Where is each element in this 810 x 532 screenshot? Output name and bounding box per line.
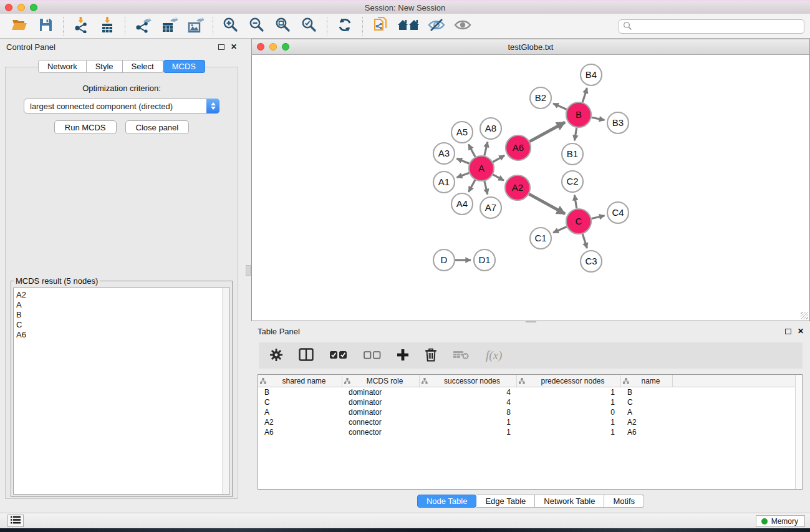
tab-network[interactable]: Network — [38, 60, 87, 73]
select-all-columns-button[interactable] — [330, 351, 347, 361]
edge-A2-C[interactable] — [529, 194, 565, 214]
column-header-successor-nodes[interactable]: successor nodes — [420, 375, 517, 387]
task-history-button[interactable] — [7, 515, 24, 527]
cell-predecessor-nodes[interactable]: 1 — [517, 428, 621, 437]
show-all-button[interactable] — [450, 16, 476, 37]
mcds-result-item[interactable]: C — [16, 320, 229, 330]
table-settings-button[interactable] — [270, 349, 282, 363]
export-image-button[interactable] — [182, 16, 208, 37]
close-panel-icon[interactable]: ✕ — [231, 42, 237, 51]
run-mcds-button[interactable]: Run MCDS — [54, 120, 117, 134]
cell-predecessor-nodes[interactable]: 1 — [517, 418, 621, 427]
tab-mcds[interactable]: MCDS — [163, 60, 205, 73]
cell-MCDS-role[interactable]: dominator — [342, 408, 420, 417]
edge-A-A3[interactable] — [456, 158, 469, 163]
criterion-dropdown[interactable]: largest connected component (directed) — [24, 99, 219, 114]
cell-successor-nodes[interactable]: 8 — [420, 408, 517, 417]
edge-A-A4[interactable] — [469, 180, 475, 191]
cell-name[interactable]: A2 — [621, 418, 673, 427]
cell-MCDS-role[interactable]: dominator — [342, 388, 420, 397]
edge-C-C4[interactable] — [591, 216, 604, 219]
table-row[interactable]: A2connector11A2 — [258, 417, 802, 427]
export-network-button[interactable] — [130, 16, 156, 37]
function-builder-button[interactable]: f(x) — [486, 349, 502, 362]
table-row[interactable]: Bdominator41B — [258, 387, 802, 397]
edge-C-C3[interactable] — [582, 234, 587, 248]
memory-button[interactable]: Memory — [756, 515, 805, 527]
cell-successor-nodes[interactable]: 4 — [420, 388, 517, 397]
search-input[interactable] — [632, 21, 804, 32]
edge-B-B2[interactable] — [553, 104, 567, 110]
cell-predecessor-nodes[interactable]: 1 — [517, 388, 621, 397]
import-network-button[interactable] — [68, 16, 94, 37]
column-layout-button[interactable] — [299, 348, 314, 363]
cell-successor-nodes[interactable]: 1 — [420, 418, 517, 427]
edge-C-C1[interactable] — [553, 226, 567, 233]
close-panel-button[interactable]: Close panel — [125, 120, 190, 134]
edge-A-A5[interactable] — [468, 144, 475, 157]
edge-B-B4[interactable] — [582, 88, 587, 102]
table-row[interactable]: A6connector11A6 — [258, 427, 802, 437]
edge-B-B3[interactable] — [592, 117, 605, 120]
zoom-fit-button[interactable] — [270, 16, 296, 37]
tab-motifs[interactable]: Motifs — [604, 495, 644, 508]
cell-shared-name[interactable]: A2 — [258, 418, 342, 427]
network-canvas[interactable]: AA1A2A3A4A5A6A7A8BB1B2B3B4CC1C2C3C4DD1 — [251, 55, 810, 321]
table-scrollbar[interactable] — [795, 375, 802, 489]
refresh-button[interactable] — [332, 16, 358, 37]
cell-MCDS-role[interactable]: dominator — [342, 398, 420, 407]
float-panel-icon[interactable] — [218, 44, 224, 50]
mcds-result-item[interactable]: A2 — [16, 290, 229, 300]
column-header-name[interactable]: name — [621, 375, 673, 387]
mcds-result-list[interactable]: A2ABCA6 — [13, 288, 230, 495]
zoom-in-button[interactable] — [218, 16, 244, 37]
tab-style[interactable]: Style — [87, 60, 123, 73]
cell-shared-name[interactable]: A — [258, 408, 342, 417]
cell-shared-name[interactable]: C — [258, 398, 342, 407]
tab-edge-table[interactable]: Edge Table — [476, 495, 535, 508]
import-table-button[interactable] — [94, 16, 120, 37]
home-button[interactable] — [393, 16, 423, 37]
cell-name[interactable]: A6 — [621, 428, 673, 437]
zoom-out-button[interactable] — [244, 16, 270, 37]
column-header-predecessor-nodes[interactable]: predecessor nodes — [517, 375, 621, 387]
list-scrollbar[interactable] — [222, 288, 229, 494]
mcds-result-item[interactable]: B — [16, 310, 229, 320]
export-table-button[interactable] — [156, 16, 182, 37]
cell-name[interactable]: A — [621, 408, 673, 417]
cell-name[interactable]: C — [621, 398, 673, 407]
search-box[interactable] — [619, 19, 804, 34]
tab-network-table[interactable]: Network Table — [535, 495, 604, 508]
table-row[interactable]: Cdominator41C — [258, 397, 802, 407]
table-row[interactable]: Adominator80A — [258, 407, 802, 417]
column-header-shared-name[interactable]: shared name — [258, 375, 342, 387]
edge-A6-B[interactable] — [529, 122, 565, 142]
edge-A-A6[interactable] — [493, 155, 504, 162]
tab-node-table[interactable]: Node Table — [417, 495, 477, 508]
cell-successor-nodes[interactable]: 1 — [420, 428, 517, 437]
cell-successor-nodes[interactable]: 4 — [420, 398, 517, 407]
edge-A-A8[interactable] — [485, 142, 488, 155]
save-session-button[interactable] — [32, 16, 59, 37]
edge-A-A1[interactable] — [457, 173, 470, 177]
cell-MCDS-role[interactable]: connector — [342, 418, 420, 427]
vertical-splitter-handle[interactable] — [246, 265, 251, 276]
add-column-button[interactable] — [397, 349, 408, 362]
cell-shared-name[interactable]: B — [258, 388, 342, 397]
hide-selected-button[interactable] — [423, 16, 450, 37]
open-session-button[interactable] — [6, 16, 32, 37]
column-header-MCDS-role[interactable]: MCDS role — [342, 375, 420, 387]
cell-predecessor-nodes[interactable]: 0 — [517, 408, 621, 417]
edge-C-C2[interactable] — [574, 195, 576, 209]
edge-A-A2[interactable] — [493, 175, 504, 180]
edge-A-A7[interactable] — [485, 181, 488, 194]
tab-select[interactable]: Select — [123, 60, 163, 73]
cell-shared-name[interactable]: A6 — [258, 428, 342, 437]
copy-network-button[interactable] — [367, 16, 393, 37]
cell-name[interactable]: B — [621, 388, 673, 397]
delete-column-button[interactable] — [425, 348, 437, 364]
delete-table-button[interactable] — [453, 350, 470, 362]
mcds-result-item[interactable]: A6 — [16, 330, 229, 340]
close-table-panel-icon[interactable]: ✕ — [798, 327, 804, 336]
cell-MCDS-role[interactable]: connector — [342, 428, 420, 437]
